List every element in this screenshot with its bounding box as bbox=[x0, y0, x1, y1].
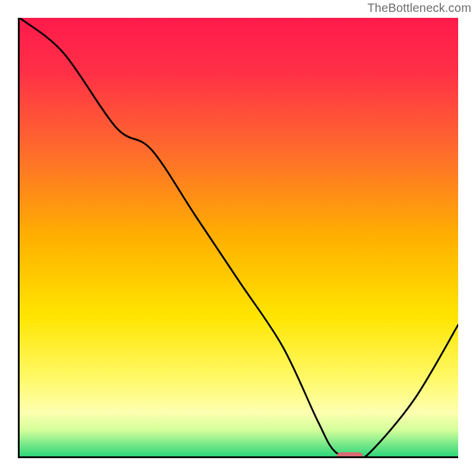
bottleneck-curve bbox=[20, 18, 458, 456]
plot-area bbox=[18, 18, 458, 458]
optimal-marker bbox=[337, 452, 363, 458]
chart-container: TheBottleneck.com bbox=[0, 0, 476, 476]
watermark-text: TheBottleneck.com bbox=[367, 1, 471, 15]
